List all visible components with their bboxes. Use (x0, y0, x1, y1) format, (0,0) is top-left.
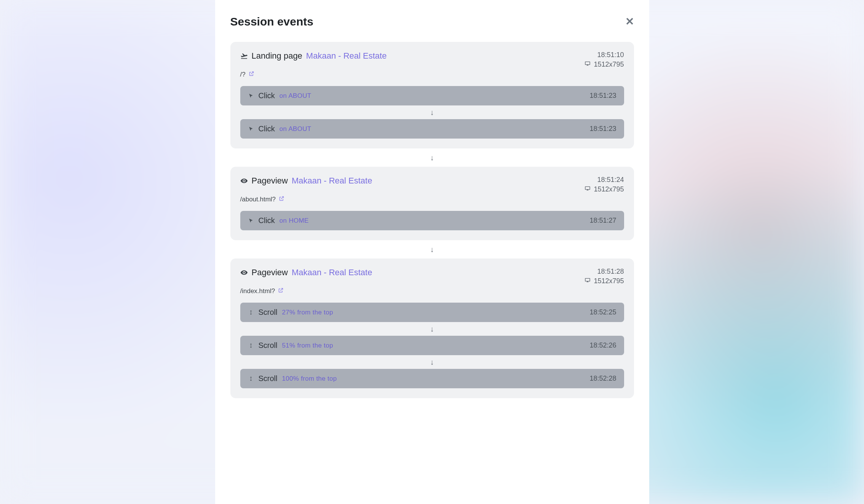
arrow-down-icon: ↓ (240, 322, 624, 336)
arrow-down-icon: ↓ (230, 148, 634, 167)
modal-title: Session events (230, 15, 313, 28)
card-path-row: /? (240, 71, 624, 78)
event-card: Landing pageMakaan - Real Estate18:51:10… (230, 42, 634, 148)
event-kind: Click (259, 124, 275, 133)
card-header-right: 18:51:101512x795 (585, 51, 624, 69)
event-row[interactable]: Clickon ABOUT18:51:23 (240, 86, 624, 105)
external-link-icon[interactable] (278, 287, 284, 295)
event-kind: Scroll (259, 308, 278, 317)
card-resolution: 1512x795 (594, 277, 624, 285)
arrow-down-icon: ↓ (240, 105, 624, 119)
event-row-left: Clickon ABOUT (248, 91, 311, 100)
monitor-icon (585, 277, 591, 285)
cursor-icon (248, 126, 254, 132)
event-time: 18:51:23 (589, 125, 616, 133)
card-type-label: Pageview (252, 268, 288, 278)
event-row-left: Scroll100% from the top (248, 374, 337, 383)
event-time: 18:51:23 (589, 92, 616, 100)
card-header-right: 18:51:281512x795 (585, 268, 624, 285)
arrow-down-icon: ↓ (240, 355, 624, 369)
card-resolution-row: 1512x795 (585, 277, 624, 285)
cursor-icon (248, 218, 254, 224)
card-header: PageviewMakaan - Real Estate18:51:241512… (240, 176, 624, 193)
card-type-label: Pageview (252, 176, 288, 186)
monitor-icon (585, 185, 591, 193)
card-path-row: /index.html? (240, 287, 624, 295)
event-kind: Scroll (259, 341, 278, 350)
event-time: 18:52:25 (589, 308, 616, 316)
event-row[interactable]: Scroll100% from the top18:52:28 (240, 369, 624, 388)
scroll-icon (248, 309, 254, 316)
landing-page-icon (240, 52, 248, 60)
monitor-icon (585, 61, 591, 69)
card-header: Landing pageMakaan - Real Estate18:51:10… (240, 51, 624, 69)
scroll-icon (248, 343, 254, 349)
close-button[interactable]: ✕ (625, 16, 634, 27)
event-card: PageviewMakaan - Real Estate18:51:241512… (230, 167, 634, 240)
event-detail: on ABOUT (279, 92, 311, 100)
cards-container: Landing pageMakaan - Real Estate18:51:10… (230, 42, 634, 398)
event-card: PageviewMakaan - Real Estate18:51:281512… (230, 258, 634, 398)
external-link-icon[interactable] (279, 196, 284, 203)
card-page-link[interactable]: Makaan - Real Estate (292, 176, 372, 186)
external-link-icon[interactable] (249, 71, 254, 78)
event-row-left: Clickon ABOUT (248, 124, 311, 133)
event-time: 18:52:28 (589, 375, 616, 383)
pageview-icon (240, 177, 248, 185)
card-page-link[interactable]: Makaan - Real Estate (292, 268, 372, 278)
card-resolution-row: 1512x795 (585, 185, 624, 193)
card-resolution: 1512x795 (594, 61, 624, 69)
close-icon: ✕ (625, 16, 634, 27)
event-detail: 51% from the top (282, 342, 333, 349)
event-detail: 100% from the top (282, 375, 337, 383)
session-events-modal: Session events ✕ Landing pageMakaan - Re… (215, 0, 649, 504)
card-path: /? (240, 71, 246, 78)
card-header: PageviewMakaan - Real Estate18:51:281512… (240, 268, 624, 285)
event-time: 18:51:27 (589, 217, 616, 225)
arrow-down-icon: ↓ (230, 240, 634, 258)
modal-header: Session events ✕ (230, 15, 634, 28)
event-detail: on HOME (279, 217, 309, 225)
card-header-right: 18:51:241512x795 (585, 176, 624, 193)
card-time: 18:51:28 (585, 268, 624, 276)
card-resolution-row: 1512x795 (585, 61, 624, 69)
event-time: 18:52:26 (589, 341, 616, 349)
event-row[interactable]: Clickon ABOUT18:51:23 (240, 119, 624, 139)
event-row-left: Scroll51% from the top (248, 341, 333, 350)
event-row[interactable]: Scroll51% from the top18:52:26 (240, 336, 624, 355)
pageview-icon (240, 269, 248, 276)
card-path: /about.html? (240, 196, 276, 203)
event-detail: 27% from the top (282, 309, 333, 316)
card-header-left: PageviewMakaan - Real Estate (240, 176, 372, 186)
card-header-left: PageviewMakaan - Real Estate (240, 268, 372, 278)
card-path-row: /about.html? (240, 196, 624, 203)
event-kind: Click (259, 216, 275, 225)
card-path: /index.html? (240, 287, 275, 295)
card-resolution: 1512x795 (594, 185, 624, 193)
event-kind: Scroll (259, 374, 278, 383)
event-row[interactable]: Clickon HOME18:51:27 (240, 211, 624, 230)
event-kind: Click (259, 91, 275, 100)
card-time: 18:51:10 (585, 51, 624, 59)
card-page-link[interactable]: Makaan - Real Estate (306, 51, 387, 61)
scroll-icon (248, 376, 254, 382)
event-row-left: Clickon HOME (248, 216, 309, 225)
event-row-left: Scroll27% from the top (248, 308, 333, 317)
event-detail: on ABOUT (279, 125, 311, 133)
cursor-icon (248, 93, 254, 99)
card-header-left: Landing pageMakaan - Real Estate (240, 51, 387, 61)
card-type-label: Landing page (252, 51, 302, 61)
event-row[interactable]: Scroll27% from the top18:52:25 (240, 303, 624, 322)
card-time: 18:51:24 (585, 176, 624, 184)
